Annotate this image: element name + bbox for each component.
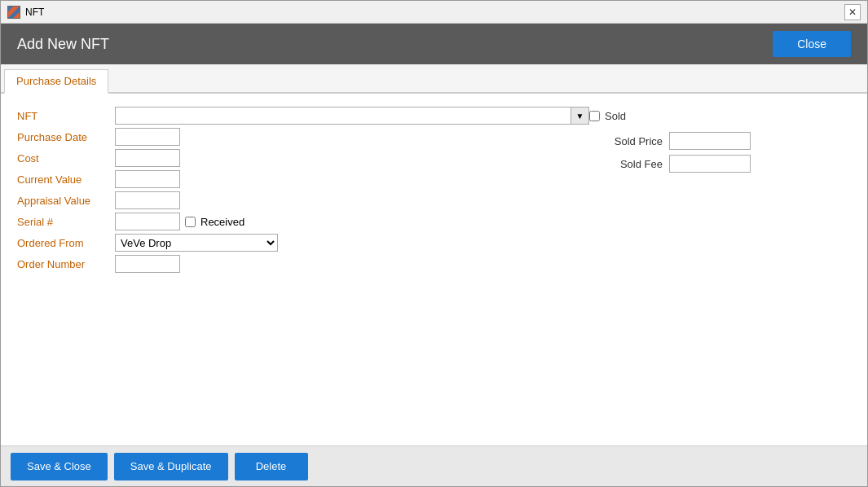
window-close-button[interactable]: ✕ — [844, 4, 861, 20]
ordered-from-input-area: VeVe Drop Secondary Market Other — [115, 234, 278, 252]
ordered-from-select[interactable]: VeVe Drop Secondary Market Other — [115, 234, 278, 252]
current-value-input-area: $0.00 — [115, 170, 180, 188]
cost-input[interactable] — [115, 149, 180, 167]
sold-checkbox-row: Sold — [589, 110, 851, 122]
received-label: Received — [200, 216, 245, 228]
sold-price-row: Sold Price — [589, 132, 851, 150]
received-row: Received — [185, 216, 245, 228]
footer: Save & Close Save & Duplicate Delete — [1, 445, 867, 486]
header-bar: Add New NFT Close — [1, 24, 867, 64]
header-title: Add New NFT — [17, 36, 109, 53]
order-number-input-area — [115, 255, 180, 273]
save-close-button[interactable]: Save & Close — [11, 453, 108, 480]
delete-button[interactable]: Delete — [235, 453, 308, 480]
main-window: NFT ✕ Add New NFT Close Purchase Details… — [0, 0, 868, 487]
appraisal-value-row: Appraisal Value — [17, 191, 589, 209]
current-value-label: Current Value — [17, 173, 115, 186]
sold-fee-label: Sold Fee — [589, 158, 663, 170]
purchase-date-label: Purchase Date — [17, 131, 115, 143]
order-number-input[interactable] — [115, 255, 180, 273]
nft-dropdown-button[interactable]: ▼ — [571, 107, 589, 125]
left-column: NFT ▼ Purchase Date Cost — [17, 107, 589, 276]
serial-label: Serial # — [17, 216, 115, 228]
nft-input[interactable] — [115, 107, 571, 125]
purchase-date-input-area — [115, 128, 180, 146]
save-duplicate-button[interactable]: Save & Duplicate — [114, 453, 228, 480]
purchase-date-input[interactable] — [115, 128, 180, 146]
tabs-bar: Purchase Details — [1, 64, 867, 94]
appraisal-value-label: Appraisal Value — [17, 195, 115, 207]
sold-label: Sold — [605, 110, 626, 122]
ordered-from-label: Ordered From — [17, 237, 115, 249]
cost-label: Cost — [17, 152, 115, 165]
form-layout: NFT ▼ Purchase Date Cost — [17, 107, 851, 276]
sold-price-input[interactable] — [669, 132, 751, 150]
received-checkbox[interactable] — [185, 217, 196, 227]
app-icon — [7, 6, 20, 19]
title-bar: NFT ✕ — [1, 1, 867, 24]
serial-row: Serial # Received — [17, 213, 589, 230]
content-area: NFT ▼ Purchase Date Cost — [1, 94, 867, 445]
appraisal-value-input-area — [115, 191, 180, 209]
nft-row: NFT ▼ — [17, 107, 589, 125]
cost-row: Cost — [17, 149, 589, 167]
tab-purchase-details[interactable]: Purchase Details — [4, 69, 108, 94]
purchase-date-row: Purchase Date — [17, 128, 589, 146]
sold-price-label: Sold Price — [589, 135, 663, 147]
right-column: Sold Sold Price Sold Fee $0.00 — [589, 107, 851, 276]
current-value-row: Current Value $0.00 — [17, 170, 589, 188]
appraisal-value-input[interactable] — [115, 191, 180, 209]
sold-fee-row: Sold Fee $0.00 — [589, 155, 851, 173]
nft-select-wrapper: ▼ — [115, 107, 589, 125]
order-number-label: Order Number — [17, 258, 115, 270]
order-number-row: Order Number — [17, 255, 589, 273]
window-title: NFT — [25, 7, 844, 18]
serial-input[interactable] — [115, 213, 180, 230]
sold-fee-input[interactable]: $0.00 — [669, 155, 751, 173]
current-value-input[interactable]: $0.00 — [115, 170, 180, 188]
ordered-from-row: Ordered From VeVe Drop Secondary Market … — [17, 234, 589, 252]
close-button[interactable]: Close — [773, 31, 851, 57]
cost-input-area — [115, 149, 180, 167]
nft-label: NFT — [17, 110, 115, 122]
sold-checkbox[interactable] — [589, 111, 600, 121]
serial-input-area: Received — [115, 213, 245, 230]
